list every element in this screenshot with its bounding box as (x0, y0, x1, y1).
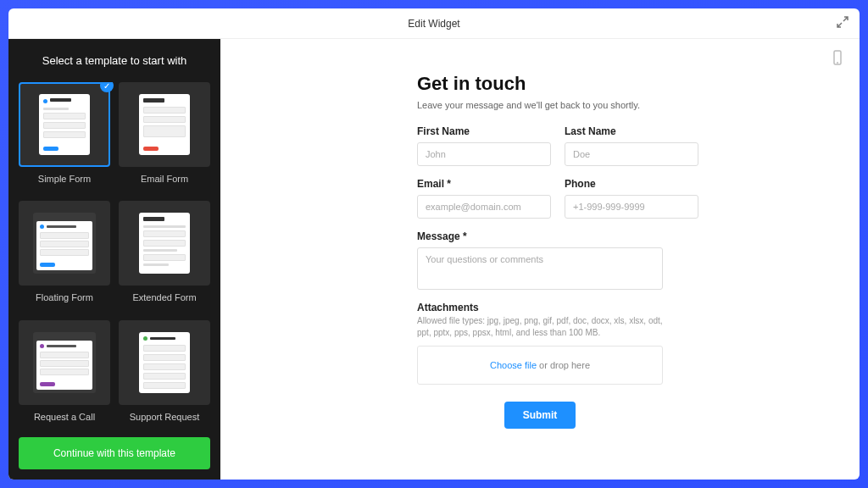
phone-input[interactable] (565, 195, 698, 219)
attachments-hint: Allowed file types: jpg, jpeg, png, gif,… (417, 315, 663, 339)
first-name-label: First Name (417, 125, 551, 137)
first-name-input[interactable] (417, 142, 551, 166)
continue-button[interactable]: Continue with this template (19, 437, 210, 469)
template-floating-form[interactable]: Floating Form (19, 201, 110, 308)
phone-label: Phone (565, 178, 698, 190)
file-dropzone[interactable]: Choose file or drop here (417, 346, 663, 385)
submit-button[interactable]: Submit (504, 402, 576, 429)
template-extended-form[interactable]: Extended Form (119, 201, 210, 308)
window-title: Edit Widget (408, 18, 459, 30)
template-label: Support Request (130, 412, 200, 422)
template-sidebar: Select a template to start with ✓ (8, 39, 220, 480)
expand-icon[interactable] (836, 15, 849, 29)
last-name-input[interactable] (565, 142, 698, 166)
attachments-label: Attachments (417, 302, 663, 313)
message-label: Message * (417, 230, 663, 242)
selected-check-icon: ✓ (100, 82, 114, 92)
template-simple-form[interactable]: ✓ Simple Form (19, 82, 110, 189)
template-email-form[interactable]: Email Form (119, 82, 210, 189)
drop-hint-text: or drop here (537, 360, 590, 370)
device-toggle-icon[interactable] (829, 49, 846, 66)
template-grid: ✓ Simple Form (19, 82, 210, 427)
template-support-request[interactable]: Support Request (119, 320, 210, 427)
email-input[interactable] (417, 195, 551, 219)
form-title: Get in touch (417, 73, 663, 95)
template-label: Floating Form (36, 292, 93, 302)
sidebar-heading: Select a template to start with (19, 54, 210, 67)
preview-pane: Get in touch Leave your message and we'l… (220, 39, 860, 480)
email-label: Email * (417, 178, 551, 190)
template-label: Simple Form (38, 174, 91, 184)
choose-file-link[interactable]: Choose file (490, 360, 537, 370)
last-name-label: Last Name (565, 125, 698, 137)
form-subtitle: Leave your message and we'll get back to… (417, 100, 663, 110)
content-area: Select a template to start with ✓ (8, 39, 860, 480)
form-preview: Get in touch Leave your message and we'l… (417, 73, 663, 454)
template-request-call[interactable]: Request a Call (19, 320, 110, 427)
titlebar: Edit Widget (8, 8, 860, 39)
editor-window: Edit Widget Select a template to start w… (8, 8, 860, 480)
template-label: Extended Form (132, 292, 196, 302)
message-textarea[interactable] (417, 247, 663, 290)
template-label: Email Form (141, 174, 188, 184)
template-label: Request a Call (34, 412, 95, 422)
